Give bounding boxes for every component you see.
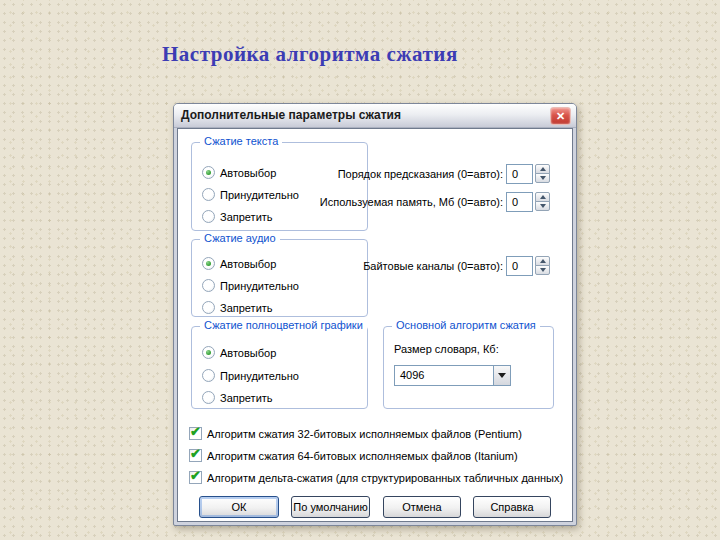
radio-label: Автовыбор [220,167,276,179]
radio-label: Запретить [220,302,273,314]
radio-icon [202,279,215,292]
memory-stepper [535,192,550,212]
checkbox-checked-icon: ✔ [189,471,202,484]
byte-channels-input[interactable]: 0 [506,256,533,276]
default-button[interactable]: По умолчанию [291,496,370,518]
help-button[interactable]: Справка [473,496,551,518]
radio-audio-force[interactable]: Принудительно [202,276,299,290]
radio-icon [202,188,215,201]
radio-label: Автовыбор [220,258,276,270]
checkbox-64bit-exe[interactable]: ✔Алгоритм сжатия 64-битовых исполняемых … [189,446,518,460]
spin-down-icon[interactable] [535,201,550,211]
group-graphics-label: Сжатие полноцветной графики [200,319,367,331]
group-audio-label: Сжатие аудио [200,232,280,244]
ok-button[interactable]: ОК [199,496,279,518]
radio-label: Принудительно [220,370,299,382]
close-icon[interactable]: ✕ [550,107,571,125]
radio-label: Запретить [220,211,273,223]
page-title: Настройка алгоритма сжатия [162,42,458,67]
dialog-body: Сжатие текста Автовыбор Принудительно За… [177,128,573,522]
checkbox-delta-compression[interactable]: ✔Алгоритм дельта-сжатия (для структуриро… [189,468,563,482]
spin-down-icon[interactable] [535,173,550,183]
radio-selected-icon [202,257,215,270]
radio-graphics-auto[interactable]: Автовыбор [202,343,276,357]
radio-icon [202,369,215,382]
radio-text-auto[interactable]: Автовыбор [202,163,276,177]
radio-selected-icon [202,166,215,179]
radio-label: Принудительно [220,280,299,292]
dialog-title: Дополнительные параметры сжатия [181,108,401,122]
radio-icon [202,301,215,314]
group-audio-compression: Сжатие аудио Автовыбор Принудительно Зап… [191,239,368,317]
desktop-background: { "page": { "heading": "Настройка алгори… [0,0,720,540]
radio-selected-icon [202,346,215,359]
radio-icon [202,391,215,404]
checkbox-checked-icon: ✔ [189,427,202,440]
prediction-order-label: Порядок предсказания (0=авто): [288,164,503,184]
dropdown-icon[interactable] [493,366,510,385]
compression-settings-dialog: Дополнительные параметры сжатия ✕ Сжатие… [173,103,577,526]
prediction-order-input[interactable]: 0 [506,164,533,184]
radio-audio-auto[interactable]: Автовыбор [202,254,276,268]
dialog-titlebar[interactable]: Дополнительные параметры сжатия ✕ [174,104,576,128]
dict-size-value: 4096 [400,369,424,381]
radio-icon [202,210,215,223]
group-main-algo-label: Основной алгоритм сжатия [392,319,540,331]
checkbox-checked-icon: ✔ [189,449,202,462]
radio-graphics-force[interactable]: Принудительно [202,366,299,380]
checkbox-32bit-exe[interactable]: ✔Алгоритм сжатия 32-битовых исполняемых … [189,424,522,438]
memory-input[interactable]: 0 [506,192,533,212]
checkbox-label: Алгоритм сжатия 32-битовых исполняемых ф… [207,428,522,440]
radio-graphics-disable[interactable]: Запретить [202,388,273,402]
radio-text-force[interactable]: Принудительно [202,185,299,199]
cancel-button[interactable]: Отмена [383,496,461,518]
group-main-algorithm: Основной алгоритм сжатия Размер словаря,… [383,326,554,409]
spin-down-icon[interactable] [535,265,550,275]
radio-audio-disable[interactable]: Запретить [202,298,273,312]
memory-label: Используемая память, Мб (0=авто): [288,192,503,212]
dict-size-label: Размер словаря, Кб: [394,343,499,355]
radio-text-disable[interactable]: Запретить [202,207,273,221]
group-text-compression: Сжатие текста Автовыбор Принудительно За… [191,142,368,231]
radio-label: Запретить [220,392,273,404]
checkbox-label: Алгоритм сжатия 64-битовых исполняемых ф… [207,450,518,462]
dict-size-combobox[interactable]: 4096 [394,365,511,386]
byte-channels-label: Байтовые каналы (0=авто): [288,256,503,276]
checkbox-label: Алгоритм дельта-сжатия (для структуриров… [207,472,563,484]
group-text-label: Сжатие текста [200,135,282,147]
group-graphics-compression: Сжатие полноцветной графики Автовыбор Пр… [191,326,368,409]
prediction-order-stepper [535,164,550,184]
radio-label: Автовыбор [220,347,276,359]
byte-channels-stepper [535,256,550,276]
